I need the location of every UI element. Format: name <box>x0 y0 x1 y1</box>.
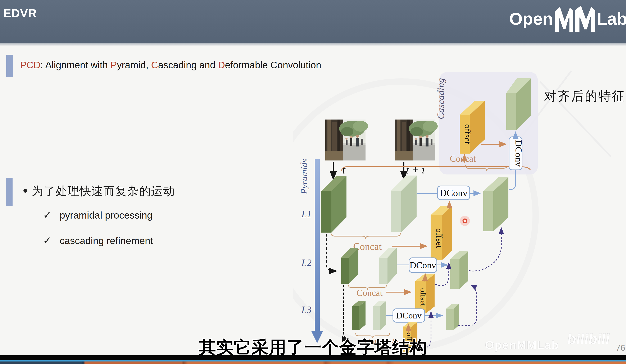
bullet-dot <box>23 189 27 193</box>
level1-label: L1 <box>301 209 312 219</box>
l2-to-l3-downsample-dashed <box>344 285 349 339</box>
pcd-diagram: Cascading Pyramids L1 L2 L3 t t + i DCon… <box>293 69 626 357</box>
frame-t-plus-i-image <box>395 120 438 161</box>
l1-aligned-block <box>483 177 509 231</box>
bullet-accent-bar <box>6 178 13 206</box>
l2-offset-label: offset <box>419 288 428 306</box>
l2-dconv-label: DConv <box>409 260 436 270</box>
frame-t-image <box>325 120 368 161</box>
l2-feature-t-block <box>341 248 358 284</box>
cascading-offset-label: offset <box>463 124 472 144</box>
l1-feature-t-block <box>321 176 347 232</box>
l2-aligned-to-l1-aligned-dashed <box>469 228 501 271</box>
logo-open-text: Open <box>509 9 553 29</box>
cascading-concat-label: Concat <box>450 154 476 164</box>
l1-offset-label: offset <box>434 228 444 248</box>
l2-aligned-block <box>450 251 468 289</box>
l2-feature-t-plus-i-block <box>379 248 397 284</box>
openmmlab-logo: Open Lab <box>509 5 626 33</box>
l2-concat-label: Concat <box>356 288 383 298</box>
frame-t-label: t <box>342 164 346 176</box>
check-item: ✓ pyramidal processing <box>43 209 153 221</box>
pyramids-axis-arrow <box>315 159 320 331</box>
level3-label: L3 <box>301 304 312 315</box>
l3-aligned-block <box>446 304 459 330</box>
openmmlab-mm-icon <box>553 5 596 33</box>
video-frame: { "header": { "app_title": "EDVR", "logo… <box>0 0 626 364</box>
header-shadow <box>0 43 626 46</box>
check-label: cascading refinement <box>60 235 153 246</box>
l2-offset-to-dconv-arrow <box>425 274 425 282</box>
l1-concat-brace <box>331 233 400 239</box>
laser-pointer-dot <box>460 216 470 226</box>
check-item: ✓ cascading refinement <box>43 234 153 247</box>
l1-feature-t-plus-i-block <box>391 175 417 232</box>
title-accent-bar <box>6 55 13 77</box>
player-divider-line <box>0 360 626 362</box>
page-title: EDVR <box>3 6 37 20</box>
slide-title: PCD: Alignment with Pyramid, Cascading a… <box>20 59 321 71</box>
check-icon: ✓ <box>43 209 52 221</box>
l1-to-l2-downsample-dashed <box>326 234 336 271</box>
pyramids-label: Pyramids <box>299 159 309 195</box>
l3-aligned-to-l2-aligned-dashed <box>458 285 477 325</box>
level2-label: L2 <box>301 258 312 268</box>
l1-offset-block: offset <box>430 206 452 260</box>
check-icon: ✓ <box>43 234 52 247</box>
frame-t-plus-i-label: t + i <box>406 164 425 176</box>
player-bottom-bar <box>0 355 626 360</box>
bullet-text: 为了处理快速而复杂的运动 <box>32 183 175 199</box>
logo-lab-text: Lab <box>597 9 626 29</box>
cascading-dconv-label: DConv <box>513 140 524 166</box>
cascading-label: Cascading <box>435 78 446 119</box>
l1-dconv-label: DConv <box>440 188 468 198</box>
l3-feature-t-plus-i-block <box>373 301 386 330</box>
l3-dconv-label: DConv <box>396 311 421 320</box>
l3-feature-t-block <box>352 301 365 330</box>
check-label: pyramidal processing <box>60 209 153 221</box>
player-seekbar[interactable] <box>0 362 626 364</box>
